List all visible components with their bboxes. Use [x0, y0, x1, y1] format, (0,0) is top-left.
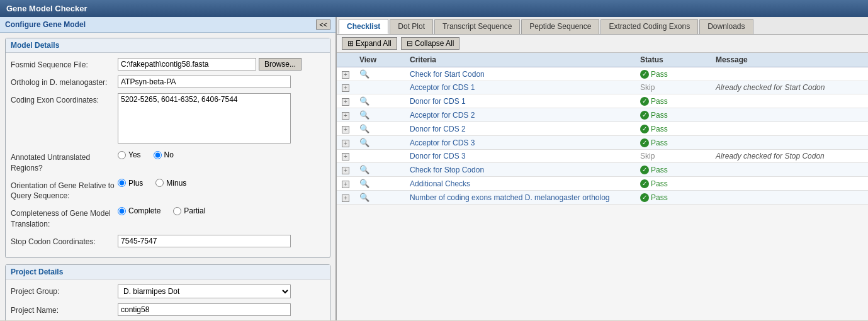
tab-transcript[interactable]: Transcript Sequence [434, 19, 520, 34]
view-search-icon[interactable]: 🔍 [359, 179, 369, 188]
project-name-row: Project Name: [11, 303, 325, 316]
browse-button[interactable]: Browse... [259, 58, 302, 70]
expand-icon[interactable]: + [342, 194, 349, 202]
view-cell: 🔍 [354, 108, 405, 122]
stop-codon-input[interactable] [118, 235, 291, 247]
left-panel-header: Configure Gene Model << [0, 17, 335, 33]
status-cell: Pass [635, 122, 711, 136]
criteria-cell: Acceptor for CDS 1 [405, 81, 635, 94]
skip-text: Skip [640, 152, 655, 160]
status-cell: Pass [635, 136, 711, 150]
completeness-partial-radio[interactable] [173, 207, 181, 215]
untranslated-yes-radio[interactable] [118, 151, 126, 159]
tab-checklist[interactable]: Checklist [339, 19, 388, 34]
ortholog-row: Ortholog in D. melanogaster: [11, 76, 325, 88]
orientation-minus-label[interactable]: Minus [155, 179, 186, 188]
collapse-icon: ⊟ [407, 39, 413, 48]
status-cell: Pass [635, 177, 711, 191]
expand-icon[interactable]: + [342, 84, 349, 92]
coding-exon-textarea[interactable]: 5202-5265, 6041-6352, 6406-7544 [118, 93, 291, 144]
untranslated-control: Yes No [118, 150, 325, 159]
project-name-input[interactable] [118, 303, 291, 316]
ortholog-input[interactable] [118, 76, 291, 88]
status-cell: Pass [635, 108, 711, 122]
orientation-plus-radio[interactable] [118, 179, 126, 187]
col-header-status: Status [635, 53, 711, 67]
col-header-criteria: Criteria [405, 53, 635, 67]
status-cell: Pass [635, 94, 711, 108]
status-cell: Pass [635, 191, 711, 205]
expand-cell: + [337, 94, 354, 108]
expand-all-button[interactable]: ⊞ Expand All [342, 37, 397, 50]
expand-cell: + [337, 108, 354, 122]
status-cell: Pass [635, 163, 711, 177]
project-group-select[interactable]: D. biarmipes Dot [118, 284, 291, 298]
view-cell: 🔍 [354, 177, 405, 191]
view-search-icon[interactable]: 🔍 [359, 69, 369, 79]
untranslated-label: Annotated UntranslatedRegions? [11, 150, 118, 174]
checklist-body: +🔍Check for Start CodonPass+Acceptor for… [337, 67, 868, 205]
checklist-toolbar: ⊞ Expand All ⊟ Collapse All [337, 35, 868, 53]
expand-icon[interactable]: + [342, 167, 349, 174]
project-details-title: Project Details [6, 265, 330, 279]
fosmid-label: Fosmid Sequence File: [11, 58, 118, 70]
view-search-icon[interactable]: 🔍 [359, 96, 369, 106]
expand-icon[interactable]: + [342, 140, 349, 147]
orientation-minus-radio[interactable] [155, 179, 164, 187]
completeness-complete-radio[interactable] [118, 207, 126, 215]
pass-badge: Pass [640, 125, 706, 133]
expand-icon[interactable]: + [342, 181, 349, 188]
tab-peptide[interactable]: Peptide Sequence [521, 19, 599, 34]
tab-extracted[interactable]: Extracted Coding Exons [600, 19, 698, 34]
view-search-icon[interactable]: 🔍 [359, 138, 369, 147]
collapse-all-button[interactable]: ⊟ Collapse All [401, 37, 460, 50]
pass-badge: Pass [640, 179, 706, 188]
untranslated-no-radio[interactable] [154, 151, 162, 159]
view-cell: 🔍 [354, 122, 405, 136]
col-header-expand [337, 53, 354, 67]
completeness-complete-label[interactable]: Complete [118, 206, 161, 215]
untranslated-yes-label[interactable]: Yes [118, 150, 141, 159]
view-cell: 🔍 [354, 163, 405, 177]
expand-cell: + [337, 136, 354, 150]
criteria-cell: Additional Checks [405, 177, 635, 191]
completeness-row: Completeness of Gene ModelTranslation: C… [11, 206, 325, 230]
orientation-row: Orientation of Gene Relative toQuery Seq… [11, 179, 325, 202]
status-cell: Skip [635, 81, 711, 94]
coding-exon-control: 5202-5265, 6041-6352, 6406-7544 [118, 93, 325, 145]
expand-icon[interactable]: + [342, 153, 349, 160]
criteria-cell: Acceptor for CDS 3 [405, 136, 635, 150]
view-search-icon[interactable]: 🔍 [359, 124, 369, 133]
untranslated-no-label[interactable]: No [154, 150, 174, 159]
tab-dotplot[interactable]: Dot Plot [390, 19, 433, 34]
expand-icon[interactable]: + [342, 112, 349, 120]
expand-icon[interactable]: + [342, 98, 349, 106]
message-cell [711, 177, 868, 191]
untranslated-no-text: No [164, 150, 174, 159]
view-search-icon[interactable]: 🔍 [359, 193, 369, 202]
left-panel: Configure Gene Model << Model Details Fo… [0, 17, 337, 320]
expand-icon[interactable]: + [342, 71, 349, 79]
criteria-cell: Donor for CDS 2 [405, 122, 635, 136]
project-name-label: Project Name: [11, 303, 118, 316]
coding-exon-row: Coding Exon Coordinates: 5202-5265, 6041… [11, 93, 325, 145]
message-cell [711, 67, 868, 81]
collapse-button[interactable]: << [316, 20, 330, 30]
pass-badge: Pass [640, 193, 706, 202]
orientation-plus-label[interactable]: Plus [118, 179, 143, 188]
expand-icon: ⊞ [347, 39, 354, 48]
project-group-label: Project Group: [11, 284, 118, 297]
table-header-row: View Criteria Status Message [337, 53, 868, 67]
view-search-icon[interactable]: 🔍 [359, 165, 369, 174]
fosmid-input[interactable] [118, 58, 256, 70]
project-group-row: Project Group: D. biarmipes Dot [11, 284, 325, 298]
completeness-partial-label[interactable]: Partial [173, 206, 205, 215]
criteria-cell: Number of coding exons matched D. melano… [405, 191, 635, 205]
table-row: +🔍Check for Stop CodonPass [337, 163, 868, 177]
tab-downloads[interactable]: Downloads [699, 19, 753, 34]
criteria-cell: Acceptor for CDS 2 [405, 108, 635, 122]
expand-icon[interactable]: + [342, 126, 349, 133]
view-search-icon[interactable]: 🔍 [359, 110, 369, 120]
table-row: +Donor for CDS 3SkipAlready checked for … [337, 150, 868, 163]
criteria-cell: Donor for CDS 3 [405, 150, 635, 163]
